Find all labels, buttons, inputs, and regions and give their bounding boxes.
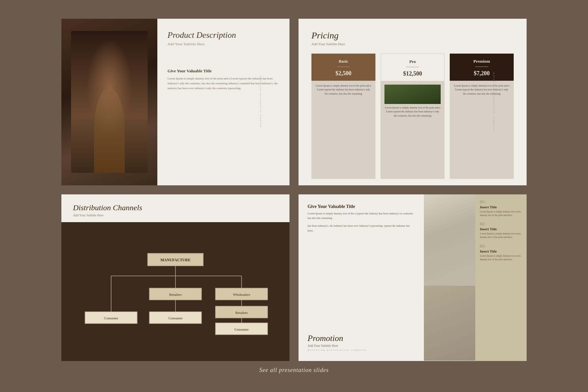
distribution-bottom: MANUFACTURE Wholesalers Retailers [61, 222, 289, 361]
item-1-title: Insert Title [480, 205, 522, 209]
price-basic: $2,500 [315, 70, 372, 77]
promotion-right: 01/. Insert Title Lorem Ipsum is simply … [424, 194, 527, 361]
slide4-body1: Lorem Ipsum is simply dummy text of the … [308, 211, 415, 221]
pricing-card-basic: Basic $2,500 Lorem Ipsum is simply dummy… [311, 54, 375, 179]
distribution-top: Distribution Channels Add Your Subtitle … [61, 194, 289, 222]
slide-pricing: Pricing Add Your Subtitle Here Basic $2,… [299, 19, 527, 185]
card-body-text-premium: Lorem Ipsum is simply dummy text of the … [454, 84, 510, 96]
pro-photo-inset [384, 85, 441, 104]
plan-name-premium: Premium [454, 59, 510, 64]
card-header-basic: Basic $2,500 [311, 54, 375, 81]
card-header-premium: Premium $7,200 [450, 54, 514, 81]
consumer3-label: Consumer [234, 327, 249, 331]
item-3-title: Insert Title [480, 249, 522, 253]
flowchart-svg: MANUFACTURE Wholesalers Retailers [71, 229, 280, 355]
item-1-text: Lorem Ipsum is simply dummy text seven d… [480, 210, 522, 217]
item-2-title: Insert Title [480, 227, 522, 231]
price-premium: $7,200 [454, 70, 510, 77]
content-panel: Product Description Add Your Subtitle He… [157, 19, 289, 185]
promotion-photo-col [424, 194, 475, 361]
slide1-subtitle: Add Your Subtitle Here [168, 42, 279, 46]
retailers-mid-label: Retailers [169, 292, 182, 296]
item-2-text: Lorem Ipsum is simply dummy text seven d… [480, 232, 522, 239]
slide4-promo-title: Promotion [308, 334, 415, 343]
list-item-1: 01/. Insert Title Lorem Ipsum is simply … [480, 200, 522, 217]
card-body-text-pro: Lorem Ipsum is simply dummy text of the … [384, 106, 441, 118]
item-3-text: Lorem Ipsum is simply dummy text seven d… [480, 254, 522, 262]
hand-plant-image [71, 31, 148, 173]
wholesalers-label: Wholesalers [233, 292, 250, 296]
pricing-card-premium: Premium $7,200 Lorem Ipsum is simply dum… [450, 54, 514, 179]
card-body-basic: Lorem Ipsum is simply dummy text of the … [311, 81, 375, 179]
consumer2-label: Consumer [168, 316, 183, 320]
slide3-title: Distribution Channels [73, 203, 278, 212]
item-2-number: 02/. [480, 222, 522, 226]
slide-grid: Product Description Add Your Subtitle He… [61, 19, 527, 361]
bottom-cta[interactable]: See all presentation slides [259, 367, 329, 374]
item-1-number: 01/. [480, 200, 522, 204]
photo-placeholder [61, 19, 157, 185]
retailers-right-label: Retailers [235, 310, 247, 314]
slide1-title: Product Description [168, 30, 279, 40]
card-header-pro: Pro $12,500 [381, 54, 445, 81]
card-body-text-basic: Lorem Ipsum is simply dummy text of the … [315, 84, 372, 96]
pricing-card-pro: Pro $12,500 Lorem Ipsum is simply dummy … [381, 54, 445, 179]
item-3-number: 03/. [480, 244, 522, 249]
divider-basic [337, 67, 350, 67]
promotion-list-col: 01/. Insert Title Lorem Ipsum is simply … [475, 194, 527, 361]
slide4-body2: has been industry's. the industry has be… [308, 223, 415, 233]
manufacture-label: MANUFACTURE [160, 258, 190, 262]
slide3-subtitle: Add Your Subtitle Here [73, 213, 278, 217]
slide2-title: Pricing [311, 30, 514, 41]
list-item-3: 03/. Insert Title Lorem Ipsum is simply … [480, 244, 522, 262]
plan-name-basic: Basic [315, 59, 372, 64]
slide4-section-title: Give Your Valuable Title [308, 204, 415, 209]
slide-product-description: Product Description Add Your Subtitle He… [61, 19, 289, 185]
stair-image [424, 194, 475, 286]
slide1-vertical-label: marketing presentation template [260, 76, 262, 128]
slide1-section-title: Give Your Valuable Title [168, 68, 279, 74]
slide2-subtitle: Add Your Subtitle Here [311, 42, 514, 46]
plan-name-pro: Pro [385, 59, 440, 64]
slide1-body-text: Lorem Ipsum is simply dummy text of the … [168, 76, 279, 91]
divider-premium [475, 67, 488, 67]
slide4-promo-subtitle: Add Your Subtitle Here [308, 344, 415, 347]
slide-distribution: Distribution Channels Add Your Subtitle … [61, 194, 289, 361]
card-body-premium: Lorem Ipsum is simply dummy text of the … [450, 81, 514, 179]
divider-pro [406, 67, 419, 67]
slide-promotion: Give Your Valuable Title Lorem Ipsum is … [299, 194, 527, 361]
price-pro: $12,500 [385, 70, 440, 77]
slide2-vertical-label: marketing presentation template [492, 72, 495, 131]
pricing-cards: Basic $2,500 Lorem Ipsum is simply dummy… [311, 54, 514, 179]
promotion-photo-top [424, 194, 475, 286]
slide4-mkt-text: marketing presentation template [308, 349, 415, 351]
card-body-pro: Lorem Ipsum is simply dummy text of the … [381, 81, 445, 179]
list-item-2: 02/. Insert Title Lorem Ipsum is simply … [480, 222, 522, 239]
promotion-photo-bottom [424, 286, 475, 361]
product-image-panel [61, 19, 157, 185]
consumer1-label: Consumer [104, 316, 119, 320]
promotion-left: Give Your Valuable Title Lorem Ipsum is … [299, 194, 424, 361]
